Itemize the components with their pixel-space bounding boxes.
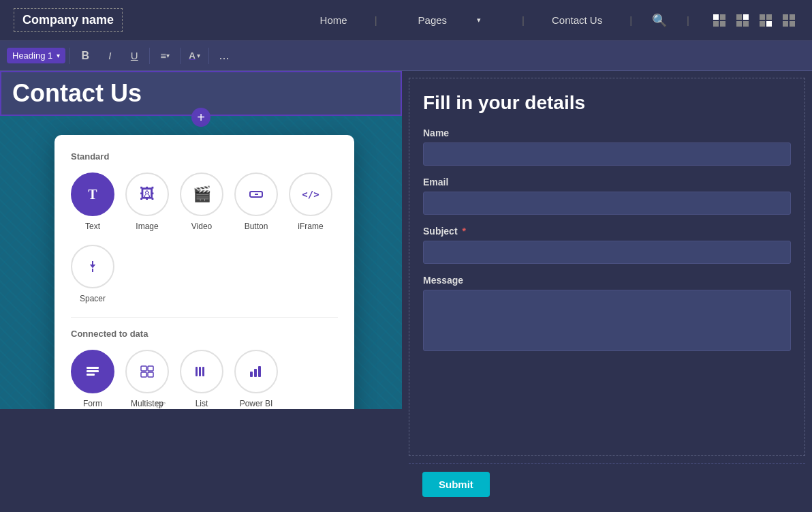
list-icon: [193, 363, 210, 380]
powerbi-icon: [248, 363, 264, 380]
contact-form-container: Fill in your details Name Email Subject …: [409, 78, 805, 456]
spacer-icon-circle: [71, 245, 114, 288]
nav-sep-1: |: [361, 14, 391, 26]
bold-button[interactable]: B: [74, 46, 96, 66]
toolbar-sep-1: [69, 48, 70, 64]
message-label: Message: [423, 275, 791, 286]
name-field: Name: [423, 127, 791, 166]
svg-rect-18: [258, 366, 261, 377]
spacer-items-grid: Spacer: [71, 245, 338, 303]
align-button[interactable]: ≡ ▾: [154, 46, 176, 66]
popup-item-text[interactable]: T Text: [71, 172, 114, 231]
page-heading[interactable]: Contact Us: [12, 79, 390, 108]
standard-items-grid: T Text 🖼 Image 🎬 Video: [71, 172, 338, 231]
connected-items-grid: Form Multistep form: [71, 350, 338, 409]
color-label: A: [189, 50, 196, 61]
popup-item-button[interactable]: Button: [234, 172, 278, 231]
list-item-label: List: [196, 399, 208, 408]
more-button[interactable]: ...: [213, 46, 235, 66]
add-element-popup: Standard T Text 🖼 Image: [54, 135, 354, 409]
popup-item-powerbi[interactable]: Power BI: [234, 350, 278, 409]
form-icon: [84, 363, 101, 380]
toolbar-sep-2: [149, 48, 150, 64]
iframe-item-label: iFrame: [298, 222, 323, 231]
popup-item-spacer[interactable]: Spacer: [71, 245, 114, 303]
svg-rect-16: [250, 372, 253, 377]
message-field: Message: [423, 275, 791, 354]
nav-pages[interactable]: Pages ▾: [391, 14, 509, 26]
popup-item-video[interactable]: 🎬 Video: [180, 172, 223, 231]
name-input[interactable]: [423, 142, 791, 166]
button-item-label: Button: [245, 222, 268, 231]
svg-rect-13: [196, 367, 198, 376]
iframe-icon: </>: [302, 189, 319, 200]
message-textarea[interactable]: [423, 290, 791, 351]
subject-input[interactable]: [423, 241, 791, 264]
svg-rect-9: [141, 366, 146, 371]
form-title: Fill in your details: [423, 92, 791, 114]
text-icon-circle: T: [71, 172, 114, 216]
nav-contact[interactable]: Contact Us: [538, 14, 616, 26]
view-icons: [710, 14, 798, 27]
email-input[interactable]: [423, 192, 791, 215]
underline-button[interactable]: U: [123, 46, 145, 66]
left-panel: Contact Us + Standard T Text: [0, 71, 402, 512]
spacer-item-label: Spacer: [80, 294, 106, 303]
connected-section-label: Connected to data: [71, 329, 338, 339]
popup-item-list[interactable]: List: [180, 350, 223, 409]
svg-rect-8: [87, 374, 95, 376]
view-icon-2[interactable]: [733, 14, 752, 27]
pages-arrow-icon: ▾: [463, 16, 495, 25]
svg-rect-10: [148, 366, 153, 371]
color-arrow-icon: ▾: [197, 52, 200, 59]
subject-required-indicator: *: [462, 226, 465, 237]
svg-rect-15: [202, 367, 204, 376]
email-field: Email: [423, 177, 791, 215]
powerbi-icon-circle: [234, 350, 278, 393]
spacer-icon: [85, 259, 100, 274]
svg-rect-11: [141, 372, 146, 377]
iframe-icon-circle: </>: [289, 172, 332, 216]
view-icon-4[interactable]: [779, 14, 798, 27]
standard-section-label: Standard: [71, 151, 338, 162]
powerbi-item-label: Power BI: [240, 399, 273, 408]
form-item-label: Form: [83, 399, 102, 408]
view-icon-3[interactable]: [756, 14, 775, 27]
brand-logo[interactable]: Company name: [14, 8, 123, 32]
add-block-button[interactable]: +: [191, 108, 210, 127]
svg-rect-6: [87, 367, 99, 369]
multistep-icon: [139, 363, 155, 380]
svg-marker-4: [90, 265, 95, 268]
right-panel: Fill in your details Name Email Subject …: [402, 71, 812, 512]
color-button[interactable]: A ▾: [185, 48, 204, 63]
video-icon: 🎬: [193, 185, 211, 203]
video-item-label: Video: [191, 222, 212, 231]
search-icon[interactable]: 🔍: [646, 10, 673, 31]
heading-select[interactable]: Heading 1 ▾: [7, 48, 65, 63]
nav-sep-3: |: [616, 14, 646, 26]
image-icon-circle: 🖼: [125, 172, 169, 216]
form-icon-circle: [71, 350, 114, 393]
heading-area: Contact Us +: [0, 71, 402, 116]
view-icon-1[interactable]: [710, 14, 729, 27]
align-arrow-icon: ▾: [166, 52, 170, 59]
toolbar-sep-3: [180, 48, 181, 64]
nav-home[interactable]: Home: [307, 14, 361, 26]
popup-item-form[interactable]: Form: [71, 350, 114, 409]
svg-rect-14: [199, 367, 201, 376]
topnav: Company name Home | Pages ▾ | Contact Us…: [0, 0, 812, 41]
main-content: Contact Us + Standard T Text: [0, 71, 812, 512]
select-arrow-icon: ▾: [57, 52, 60, 59]
nav-sep-4: |: [673, 14, 703, 26]
submit-button[interactable]: Submit: [422, 472, 490, 497]
italic-button[interactable]: I: [99, 46, 121, 66]
align-icon: ≡: [160, 50, 166, 61]
popup-item-iframe[interactable]: </> iFrame: [289, 172, 332, 231]
text-icon: T: [88, 187, 97, 202]
subject-label: Subject *: [423, 226, 791, 237]
nav-sep-2: |: [508, 14, 538, 26]
nav-links: Home | Pages ▾ | Contact Us | 🔍 |: [307, 10, 798, 31]
button-icon: [249, 187, 264, 202]
list-icon-circle: [180, 350, 223, 393]
popup-item-image[interactable]: 🖼 Image: [125, 172, 169, 231]
